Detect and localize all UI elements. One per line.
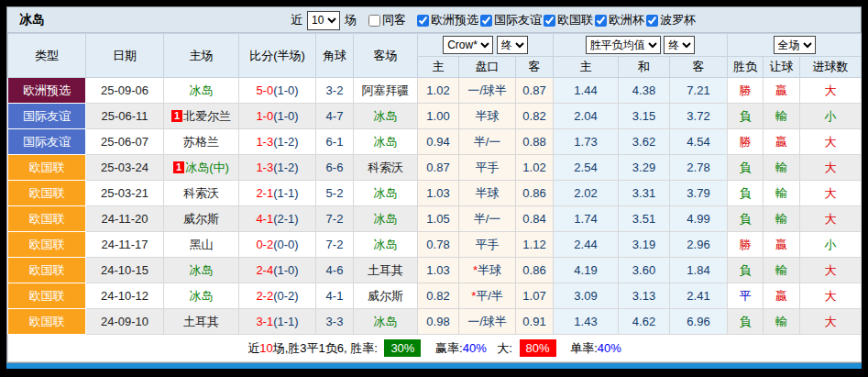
league-label: 国际友谊 <box>494 12 542 28</box>
ah-away-odds-cell: 0.88 <box>516 129 554 155</box>
league-checkbox-input[interactable] <box>417 15 429 27</box>
score-cell: 1-3(1-2) <box>239 129 316 155</box>
col-header-ah-away: 客 <box>516 57 554 78</box>
ah-line-cell: 一/球半 <box>459 309 516 335</box>
result-goals-cell: 大 <box>800 129 862 155</box>
away-team-cell: 阿塞拜疆 <box>354 78 418 104</box>
league-checkbox-input[interactable] <box>646 15 658 27</box>
wdl-home-odds-cell: 1.43 <box>554 309 619 335</box>
ah-home-odds-cell: 1.02 <box>418 78 459 104</box>
big-rate-badge: 80% <box>520 339 556 357</box>
recent-label: 近 <box>291 12 302 28</box>
ah-line-cell: 半球 <box>459 181 516 206</box>
summary-prefix: 近 <box>247 341 259 355</box>
win-rate-badge: 30% <box>384 339 421 357</box>
same-away-checkbox-input[interactable] <box>368 15 380 27</box>
spread-rate-value: 40% <box>463 341 487 355</box>
type-cell: 欧洲预选 <box>8 78 86 104</box>
bookmaker-select[interactable]: Crow* <box>443 36 493 54</box>
score-cell: 0-2(0-0) <box>239 232 316 258</box>
match-history-panel: 冰岛 近 10 场 同客 欧洲预选 <box>6 6 862 363</box>
score-cell: 4-1(2-1) <box>239 206 316 232</box>
result-goals-cell: 小 <box>800 104 862 129</box>
red-card-badge: 1 <box>171 110 182 122</box>
col-header-ah-home: 主 <box>418 57 459 78</box>
league-checkbox-friendly[interactable]: 国际友谊 <box>480 12 542 28</box>
corner-cell: 4-6 <box>316 258 354 283</box>
wdl-home-odds-cell: 1.73 <box>554 129 619 155</box>
filter-bar: 近 10 场 同客 欧洲预选 国际友谊 <box>288 7 696 33</box>
wdl-away-odds-cell: 3.72 <box>670 104 728 129</box>
result-handicap-cell: 輸 <box>764 104 800 129</box>
type-cell: 欧国联 <box>8 232 86 258</box>
wdl-away-odds-cell: 3.79 <box>670 181 728 206</box>
col-header-result-wdl: 胜负 <box>728 57 764 78</box>
table-row: 欧国联24-09-10土耳其3-1(1-1)3-3冰岛0.98一/球半0.911… <box>8 309 862 335</box>
result-handicap-cell: 贏 <box>764 129 800 155</box>
col-header-date: 日期 <box>86 34 164 78</box>
wdl-away-odds-cell: 4.54 <box>670 129 728 155</box>
corner-cell: 4-1 <box>316 283 354 309</box>
match-history-widget: 冰岛 近 10 场 同客 欧洲预选 <box>6 6 862 369</box>
league-checkbox-input[interactable] <box>595 15 607 27</box>
col-header-wdl-home: 主 <box>554 57 619 78</box>
score-cell: 3-1(1-1) <box>239 309 316 335</box>
big-rate-label: 大: <box>497 341 512 355</box>
score-cell: 5-0(1-0) <box>239 78 316 104</box>
recent-count-select[interactable]: 10 <box>307 11 340 30</box>
league-filter-group: 欧洲预选 国际友谊 欧国联 欧洲杯 <box>415 12 696 28</box>
summary-count: 10 <box>259 341 272 355</box>
red-card-badge: 1 <box>173 161 184 173</box>
wdl-away-odds-cell: 2.78 <box>670 155 728 181</box>
score-cell: 1-3(1-2) <box>239 155 316 181</box>
odds-group-header: 胜平负均值 终 <box>554 34 728 57</box>
type-cell: 欧国联 <box>8 206 86 232</box>
result-handicap-cell: 輸 <box>764 181 800 206</box>
odds-time-select[interactable]: 终 <box>664 36 695 54</box>
score-cell: 1-0(1-0) <box>239 104 316 129</box>
ah-line-cell: 平手 <box>459 232 516 258</box>
table-row: 国际友谊25-06-07苏格兰1-3(1-2)6-1冰岛0.94半/一0.881… <box>8 129 862 155</box>
home-team-cell: 冰岛 <box>164 78 239 104</box>
home-team-cell: 威尔斯 <box>164 206 239 232</box>
col-header-result-goals: 进球数 <box>800 57 862 78</box>
ah-line-cell: *半球 <box>459 258 516 283</box>
league-checkbox-euro-qualifiers[interactable]: 欧洲预选 <box>417 12 478 28</box>
result-wdl-cell: 負 <box>728 309 764 335</box>
league-checkbox-euro-cup[interactable]: 欧洲杯 <box>595 12 644 28</box>
ah-line-cell: 平手 <box>459 155 516 181</box>
result-handicap-cell: 輸 <box>764 206 800 232</box>
type-cell: 欧国联 <box>8 309 86 335</box>
result-wdl-cell: 負 <box>728 155 764 181</box>
result-goals-cell: 大 <box>800 155 862 181</box>
result-wdl-cell: 負 <box>728 206 764 232</box>
spread-rate-label: 赢率: <box>435 341 463 355</box>
same-away-checkbox[interactable]: 同客 <box>368 12 406 28</box>
ah-line-cell: 一/球半 <box>459 78 516 104</box>
col-header-wdl-draw: 和 <box>619 57 670 78</box>
away-team-cell: 冰岛 <box>354 309 418 335</box>
league-checkbox-input[interactable] <box>480 15 492 27</box>
result-wdl-cell: 勝 <box>728 78 764 104</box>
handicap-group-header: Crow* 终 <box>418 34 554 57</box>
league-label: 欧洲杯 <box>609 12 644 28</box>
wdl-away-odds-cell: 7.21 <box>670 78 728 104</box>
away-team-cell: 土耳其 <box>354 258 418 283</box>
ah-home-odds-cell: 1.00 <box>418 104 459 129</box>
league-checkbox-input[interactable] <box>544 15 555 27</box>
wdl-away-odds-cell: 6.96 <box>670 309 728 335</box>
handicap-time-select[interactable]: 终 <box>497 36 528 54</box>
odds-type-select[interactable]: 胜平负均值 <box>586 36 661 54</box>
ah-away-odds-cell: 1.07 <box>516 283 554 309</box>
league-checkbox-baltic-cup[interactable]: 波罗杯 <box>646 12 696 28</box>
ah-home-odds-cell: 0.98 <box>418 309 459 335</box>
league-checkbox-nations-league[interactable]: 欧国联 <box>544 12 593 28</box>
score-cell: 2-2(0-2) <box>239 283 316 309</box>
home-team-cell: 1北爱尔兰 <box>164 104 239 129</box>
header-group-row: 类型 日期 主场 比分(半场) 角球 客场 Crow* 终 胜平负均值 终 <box>8 34 862 57</box>
result-wdl-cell: 勝 <box>728 232 764 258</box>
wdl-away-odds-cell: 2.96 <box>670 232 728 258</box>
away-team-cell: 威尔斯 <box>354 283 418 309</box>
result-scope-select[interactable]: 全场 <box>774 36 816 54</box>
wdl-home-odds-cell: 3.09 <box>554 283 619 309</box>
